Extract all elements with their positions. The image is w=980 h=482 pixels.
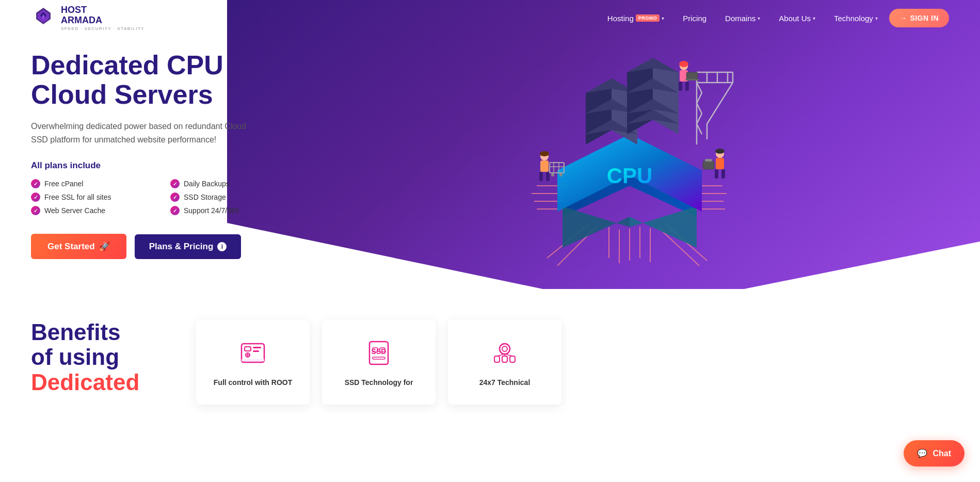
- chat-label: Chat: [933, 449, 951, 458]
- feature-daily-backups: ✓ Daily Backups: [170, 179, 289, 188]
- nav-pricing[interactable]: Pricing: [676, 10, 714, 27]
- plans-pricing-label: Plans & Pricing: [149, 242, 214, 252]
- svg-rect-63: [679, 82, 682, 91]
- benefit-icon-1: [236, 336, 269, 369]
- hosting-arrow-icon: ▾: [662, 15, 664, 21]
- nav-technology[interactable]: Technology ▾: [827, 10, 885, 27]
- svg-line-58: [697, 124, 702, 134]
- benefit-card-title-3: 24x7 Technical: [479, 378, 531, 388]
- svg-rect-64: [685, 82, 689, 91]
- benefits-title-line1: Benefits: [31, 320, 165, 345]
- check-icon-1: ✓: [31, 179, 40, 188]
- tagline: SPEED · SECURITY · STABILITY: [61, 27, 144, 31]
- svg-line-56: [697, 103, 702, 114]
- svg-line-54: [697, 83, 702, 93]
- svg-rect-88: [253, 347, 261, 348]
- hero-title-line1: Dedicated CPU: [31, 50, 223, 80]
- benefits-cards: Full control with ROOT SSD SSD Technolog: [196, 320, 949, 405]
- hero-title: Dedicated CPU Cloud Servers: [31, 51, 289, 109]
- benefits-title-line2: of using: [31, 345, 165, 369]
- nav-hosting[interactable]: Hosting PROMO ▾: [600, 10, 671, 27]
- promo-badge: PROMO: [636, 14, 660, 22]
- svg-rect-87: [245, 347, 251, 351]
- feature-ssd-storage: ✓ SSD Storage: [170, 192, 289, 202]
- features-list: ✓ Free cPanel ✓ Daily Backups ✓ Free SSL…: [31, 179, 289, 215]
- benefits-text: Benefits of using Dedicated: [31, 320, 165, 395]
- main-nav: Hosting PROMO ▾ Pricing Domains ▾ About …: [600, 9, 949, 27]
- svg-line-59: [707, 83, 733, 124]
- svg-rect-82: [721, 169, 725, 179]
- benefits-section: Benefits of using Dedicated: [0, 289, 980, 425]
- nav-about[interactable]: About Us ▾: [772, 10, 823, 27]
- svg-rect-69: [540, 160, 549, 172]
- check-icon-4: ✓: [170, 179, 180, 188]
- nav-domains[interactable]: Domains ▾: [718, 10, 767, 27]
- hero-subtitle: Overwhelming dedicated power based on re…: [31, 120, 248, 146]
- get-started-label: Get Started: [47, 242, 95, 252]
- get-started-button[interactable]: Get Started 🚀: [31, 234, 126, 259]
- feature-label-1: Free cPanel: [44, 180, 83, 188]
- benefit-card-2: SSD SSD Technology for: [322, 320, 436, 405]
- svg-rect-89: [253, 350, 259, 352]
- svg-point-100: [502, 346, 507, 351]
- svg-rect-80: [716, 158, 724, 169]
- person-3: [703, 149, 725, 179]
- logo[interactable]: HOSTARMADA SPEED · SECURITY · STABILITY: [31, 5, 144, 31]
- svg-rect-81: [715, 169, 718, 179]
- domains-arrow-icon: ▾: [758, 15, 760, 21]
- benefits-title-line3: Dedicated: [31, 370, 165, 395]
- svg-rect-70: [539, 172, 543, 181]
- plans-info-icon: i: [217, 242, 227, 251]
- benefit-icon-3: [488, 336, 521, 369]
- svg-line-55: [697, 93, 702, 103]
- benefits-title: Benefits of using Dedicated: [31, 320, 165, 395]
- logo-icon: [31, 6, 56, 30]
- nav-pricing-label: Pricing: [683, 14, 706, 23]
- benefit-card-3: 24x7 Technical: [448, 320, 561, 405]
- feature-web-cache: ✓ Web Server Cache: [31, 206, 150, 215]
- feature-label-4: Daily Backups: [184, 180, 230, 188]
- svg-rect-96: [373, 357, 385, 359]
- svg-rect-101: [494, 356, 500, 362]
- feature-free-cpanel: ✓ Free cPanel: [31, 179, 150, 188]
- svg-rect-66: [685, 79, 699, 81]
- person-1: [679, 61, 699, 91]
- feature-label-2: Free SSL for all sites: [44, 193, 111, 201]
- plans-pricing-button[interactable]: Plans & Pricing i: [135, 234, 242, 259]
- chat-button[interactable]: 💬 Chat: [904, 440, 965, 467]
- check-icon-2: ✓: [31, 192, 40, 202]
- svg-text:CPU: CPU: [606, 164, 652, 188]
- check-icon-3: ✓: [31, 206, 40, 215]
- feature-label-3: Web Server Cache: [44, 206, 105, 215]
- feature-support: ✓ Support 24/7/365: [170, 206, 289, 215]
- benefit-card-1: Full control with ROOT: [196, 320, 310, 405]
- nav-domains-label: Domains: [725, 14, 756, 23]
- svg-point-72: [540, 151, 549, 156]
- nav-technology-label: Technology: [834, 14, 873, 23]
- svg-rect-102: [502, 356, 507, 362]
- check-icon-6: ✓: [170, 206, 180, 215]
- svg-text:SSD: SSD: [372, 347, 387, 356]
- cpu-svg: CPU: [506, 31, 753, 268]
- nav-hosting-label: Hosting: [607, 14, 634, 23]
- hero-title-line2: Cloud Servers: [31, 79, 213, 109]
- svg-rect-103: [510, 356, 515, 362]
- hero-buttons: Get Started 🚀 Plans & Pricing i: [31, 234, 289, 259]
- main-header: HOSTARMADA SPEED · SECURITY · STABILITY …: [0, 0, 980, 36]
- svg-point-99: [500, 344, 510, 354]
- about-arrow-icon: ▾: [813, 15, 815, 21]
- svg-line-57: [697, 114, 702, 124]
- sign-in-icon: →: [899, 14, 907, 22]
- get-started-icon: 🚀: [99, 241, 110, 252]
- svg-rect-71: [546, 172, 550, 181]
- check-icon-5: ✓: [170, 192, 180, 202]
- svg-rect-85: [705, 159, 712, 162]
- svg-rect-93: [242, 359, 264, 361]
- sign-in-button[interactable]: → SIGN IN: [889, 9, 949, 27]
- svg-point-78: [559, 173, 563, 176]
- nav-about-label: About Us: [779, 14, 811, 23]
- chat-icon: 💬: [917, 448, 927, 458]
- benefit-card-title-1: Full control with ROOT: [214, 378, 292, 388]
- technology-arrow-icon: ▾: [875, 15, 878, 21]
- brand-name: HOSTARMADA: [61, 5, 144, 26]
